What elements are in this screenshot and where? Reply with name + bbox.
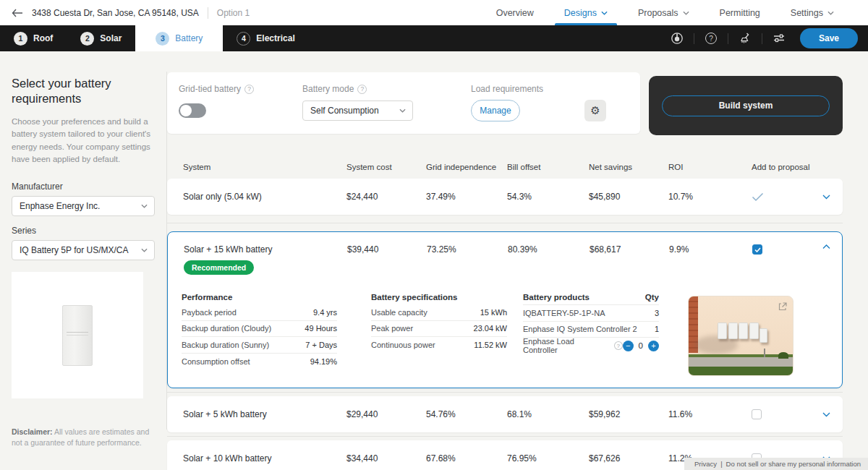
topbar: 3438 Cuesta Dr, San Jose, CA 95148, USA … bbox=[0, 0, 868, 25]
battery-installation-photo bbox=[688, 296, 793, 376]
manufacturer-select[interactable]: Enphase Energy Inc. bbox=[12, 196, 155, 216]
nav-settings[interactable]: Settings bbox=[775, 0, 849, 25]
nav-permitting[interactable]: Permitting bbox=[705, 0, 775, 25]
divider bbox=[167, 223, 843, 223]
active-tab-underline bbox=[555, 23, 617, 25]
help-icon[interactable]: ? bbox=[704, 31, 718, 46]
column-header-grid-independence: Grid independence bbox=[426, 162, 507, 172]
performance-item: Consumption offset 94.19% bbox=[182, 354, 337, 370]
external-link-icon[interactable] bbox=[778, 302, 788, 312]
series-label: Series bbox=[12, 226, 155, 236]
grid-tied-toggle[interactable] bbox=[179, 103, 206, 118]
toolbar-actions: ? Save bbox=[670, 25, 868, 51]
decrement-button[interactable]: − bbox=[623, 341, 634, 351]
column-header-roi: ROI bbox=[668, 162, 752, 172]
load-requirements-group: Load requirements Manage bbox=[471, 84, 543, 121]
toggle-knob bbox=[180, 105, 192, 116]
step-roof[interactable]: 1 Roof bbox=[0, 25, 67, 51]
battery-unit-graphic bbox=[62, 305, 93, 366]
sliders-icon[interactable] bbox=[772, 31, 786, 46]
step-electrical[interactable]: 4 Electrical bbox=[223, 25, 308, 51]
nav-proposals[interactable]: Proposals bbox=[623, 0, 705, 25]
add-to-proposal-checkbox[interactable] bbox=[752, 409, 762, 419]
build-system-button[interactable]: Build system bbox=[662, 95, 830, 116]
spec-item: Continuous power 11.52 kW bbox=[371, 337, 507, 354]
step-number-badge: 3 bbox=[156, 32, 169, 46]
battery-mode-label: Battery mode bbox=[302, 84, 354, 94]
step-battery[interactable]: 3 Battery bbox=[135, 25, 223, 51]
series-select[interactable]: IQ Battery 5P for US/MX/CA bbox=[12, 240, 155, 260]
design-toolbar: 1 Roof 2 Solar 3 Battery 4 Electrical ? bbox=[0, 25, 868, 51]
add-to-proposal-checkbox[interactable] bbox=[752, 244, 762, 255]
do-not-sell-link[interactable]: Do not sell or share my personal informa… bbox=[726, 460, 861, 468]
help-icon[interactable]: ? bbox=[357, 85, 367, 94]
quantity-stepper: − 0 + bbox=[623, 341, 659, 351]
chevron-down-icon[interactable] bbox=[818, 412, 834, 417]
battery-mode-group: Battery mode ? Self Consumption bbox=[302, 84, 413, 121]
chevron-down-icon bbox=[601, 11, 608, 15]
design-option-label[interactable]: Option 1 bbox=[217, 8, 250, 18]
grid-tied-group: Grid-tied battery ? bbox=[179, 84, 254, 118]
column-header-bill-offset: Bill offset bbox=[507, 162, 589, 172]
content: Select your battery requirements Choose … bbox=[0, 51, 868, 470]
privacy-footer: Privacy | Do not sell or share my person… bbox=[684, 458, 868, 470]
chevron-up-icon[interactable] bbox=[819, 244, 833, 249]
increment-button[interactable]: + bbox=[648, 341, 659, 351]
expanded-row-header[interactable]: Solar + 15 kWh battery Recommended $39,4… bbox=[168, 232, 842, 284]
chevron-down-icon bbox=[399, 108, 406, 113]
systems-table-header: System System cost Grid independence Bil… bbox=[167, 146, 843, 179]
nav-designs[interactable]: Designs bbox=[549, 0, 623, 25]
performance-item: Backup duration (Sunny) 7 + Days bbox=[182, 337, 337, 354]
photo-battery-units bbox=[718, 322, 767, 343]
page-description: Choose your preferences and build a batt… bbox=[12, 116, 155, 166]
chevron-down-icon[interactable] bbox=[818, 195, 834, 200]
manage-loads-button[interactable]: Manage bbox=[471, 100, 520, 121]
stepper-value: 0 bbox=[639, 341, 643, 350]
battery-products-section: Battery products Qty IQBATTERY-5P-1P-NA … bbox=[523, 289, 659, 376]
table-row-solar-only[interactable]: Solar only (5.04 kW) $24,440 37.49% 54.3… bbox=[167, 179, 843, 215]
target-icon[interactable] bbox=[670, 31, 684, 46]
divider bbox=[762, 33, 762, 44]
battery-settings-sidebar: Select your battery requirements Choose … bbox=[0, 51, 166, 470]
column-header-system: System bbox=[183, 162, 346, 172]
back-icon[interactable] bbox=[12, 9, 23, 17]
divider bbox=[208, 7, 208, 19]
grid-tied-label: Grid-tied battery bbox=[179, 84, 241, 94]
step-number-badge: 2 bbox=[80, 32, 94, 46]
nav-overview[interactable]: Overview bbox=[481, 0, 549, 25]
column-header-add-to-proposal: Add to proposal bbox=[752, 162, 818, 172]
table-row-solar-5kwh[interactable]: Solar + 5 kWh battery $29,440 54.76% 68.… bbox=[167, 396, 843, 432]
disclaimer: Disclaimer: All values are estimates and… bbox=[12, 427, 156, 448]
spec-item: Peak power 23.04 kW bbox=[371, 321, 507, 338]
recommended-badge: Recommended bbox=[184, 260, 254, 275]
chevron-down-icon bbox=[683, 11, 689, 15]
gear-icon[interactable]: ⚙ bbox=[584, 100, 606, 121]
divider bbox=[694, 33, 694, 44]
product-item: IQBATTERY-5P-1P-NA 3 bbox=[523, 305, 659, 322]
help-icon[interactable]: ? bbox=[614, 341, 623, 350]
battery-main-panel: Grid-tied battery ? Battery mode ? Self … bbox=[166, 51, 868, 470]
chevron-down-icon bbox=[827, 11, 834, 15]
step-number-badge: 4 bbox=[237, 32, 250, 46]
column-header-system-cost: System cost bbox=[346, 162, 426, 172]
step-number-badge: 1 bbox=[14, 32, 27, 46]
battery-specs-section: Battery specifications Usable capacity 1… bbox=[371, 289, 507, 376]
build-system-panel: Build system bbox=[649, 76, 843, 135]
table-row-solar-15kwh-expanded: Solar + 15 kWh battery Recommended $39,4… bbox=[167, 231, 843, 388]
product-stepper-row: Enphase Load Controller ? − 0 + bbox=[523, 338, 659, 354]
performance-section: Performance Payback period 9.4 yrs Backu… bbox=[182, 289, 337, 376]
help-icon[interactable]: ? bbox=[244, 85, 254, 94]
load-requirements-label: Load requirements bbox=[471, 84, 543, 94]
step-tabs: 1 Roof 2 Solar 3 Battery 4 Electrical bbox=[0, 25, 309, 51]
performance-item: Payback period 9.4 yrs bbox=[182, 304, 337, 321]
step-solar[interactable]: 2 Solar bbox=[67, 25, 135, 51]
chevron-down-icon bbox=[141, 248, 148, 252]
save-button[interactable]: Save bbox=[800, 28, 858, 48]
expanded-details: Performance Payback period 9.4 yrs Backu… bbox=[168, 284, 842, 388]
broom-icon[interactable] bbox=[738, 31, 752, 46]
battery-mode-select[interactable]: Self Consumption bbox=[302, 101, 413, 121]
project-address: 3438 Cuesta Dr, San Jose, CA 95148, USA bbox=[32, 8, 199, 18]
battery-product-image bbox=[12, 272, 143, 398]
manufacturer-label: Manufacturer bbox=[12, 181, 155, 192]
privacy-link[interactable]: Privacy bbox=[694, 460, 717, 468]
